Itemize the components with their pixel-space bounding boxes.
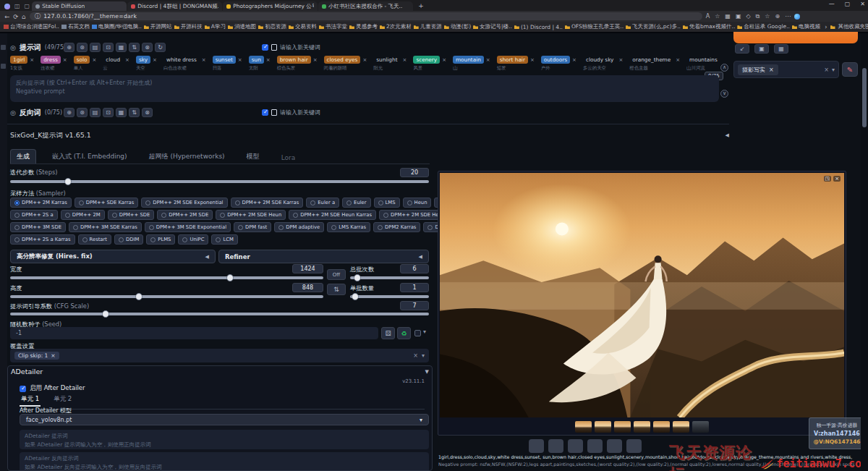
page-scrollbar[interactable] bbox=[861, 33, 868, 471]
remove-style-icon[interactable]: × bbox=[769, 67, 774, 73]
sampler-option[interactable]: DPM fast bbox=[234, 222, 271, 232]
gallery-thumbnail[interactable] bbox=[692, 421, 709, 433]
sampler-option[interactable]: DPM++ 2M SDE bbox=[157, 210, 213, 220]
adetailer-negative-textarea[interactable]: ADetailer 反向提示词 如果 ADetailer 反向提示词输入为空，则… bbox=[20, 452, 429, 471]
browser-tab[interactable]: 小红书社区未授权合作 - 飞天.. bbox=[318, 1, 413, 11]
styles-select[interactable]: 摄影写实× ×▾ bbox=[733, 61, 839, 78]
enable-adetailer-checkbox[interactable] bbox=[20, 386, 26, 392]
reuse-seed-icon[interactable]: ♻ bbox=[397, 327, 411, 339]
expand-image-icon[interactable]: ◳ bbox=[824, 176, 832, 182]
send-to-inpaint-icon[interactable] bbox=[607, 439, 622, 453]
bookmark-item[interactable]: A学习 bbox=[205, 23, 226, 30]
generated-image[interactable]: ◳ × bbox=[440, 173, 844, 417]
bookmark-item[interactable]: (1) Discord | 4.. bbox=[514, 24, 563, 30]
sampler-option[interactable]: DPM2 Karras bbox=[373, 222, 420, 232]
gallery-thumbnail[interactable] bbox=[673, 421, 689, 433]
sampler-option[interactable]: PLMS bbox=[146, 234, 175, 245]
bookmark-item[interactable]: 女游记号|楼.. bbox=[473, 23, 512, 30]
home-icon[interactable]: ⌂ bbox=[22, 13, 25, 20]
close-image-icon[interactable]: × bbox=[833, 176, 841, 182]
remove-tag-icon[interactable]: × bbox=[238, 57, 242, 63]
workspace-icon[interactable]: ▢ bbox=[25, 3, 30, 9]
bookmark-item[interactable]: 合租运承 Google.. bbox=[737, 23, 790, 30]
height-slider[interactable] bbox=[10, 295, 323, 298]
prompt-tag[interactable]: 1girl × 1女孩 bbox=[10, 56, 34, 72]
remove-tag-icon[interactable]: × bbox=[486, 57, 490, 63]
browser-tab[interactable]: Discord | 4群组 | DONGMAN频.. bbox=[127, 1, 222, 11]
generate-button[interactable] bbox=[733, 32, 858, 43]
prompt-toolbar-icon[interactable]: ⇅ bbox=[129, 43, 140, 52]
tab-lora[interactable]: Lora bbox=[276, 152, 302, 164]
prompt-tag[interactable]: outdoors × 户外 bbox=[541, 56, 576, 72]
remove-chip-icon[interactable]: × bbox=[51, 352, 55, 359]
prompt-toolbar-icon[interactable]: ▦ bbox=[116, 43, 127, 52]
tab-embedding[interactable]: 嵌入式 (T.I. Embedding) bbox=[46, 150, 133, 164]
browser-extension-icon[interactable]: ⊕ bbox=[775, 13, 780, 20]
sampler-option[interactable]: Euler a bbox=[306, 198, 339, 208]
sampler-option[interactable]: LMS Karras bbox=[327, 222, 370, 232]
send-to-img2img-icon[interactable] bbox=[587, 439, 603, 453]
remove-tag-icon[interactable]: × bbox=[202, 57, 206, 63]
bookmark-item[interactable]: 凭着bmax视频什.. bbox=[683, 23, 735, 30]
sidebar-mini-icon[interactable] bbox=[1, 64, 6, 69]
sampler-option[interactable]: DPM++ 2M SDE Exponential bbox=[141, 198, 227, 208]
sidebar-mini-icon[interactable] bbox=[1, 45, 6, 50]
new-tab-button[interactable]: + bbox=[418, 2, 424, 9]
bookmark-item[interactable]: 开源网站 bbox=[144, 23, 172, 30]
browser-extension-icon[interactable]: A bbox=[706, 13, 710, 20]
remove-tag-icon[interactable]: × bbox=[442, 57, 446, 63]
steps-value[interactable]: 20 bbox=[400, 168, 429, 177]
hires-fix-accordion[interactable]: 高分辨率修复 (Hires. fix)◀ bbox=[10, 250, 216, 263]
browser-extension-icon[interactable]: ◇ bbox=[746, 13, 750, 20]
bookmark-item[interactable]: 灵感参考 bbox=[349, 23, 378, 30]
sampler-option[interactable]: DPM++ 2S a bbox=[10, 210, 58, 220]
remove-tag-icon[interactable]: × bbox=[125, 57, 129, 63]
sampler-option[interactable]: DPM++ 2S a Karras bbox=[10, 234, 75, 245]
edit-styles-brush-icon[interactable]: ✎ bbox=[842, 62, 858, 77]
prompt-tag[interactable]: mountains and rivers × 山川河流 bbox=[686, 56, 719, 72]
sampler-option[interactable]: DPM++ 3M SDE Exponential bbox=[145, 222, 231, 232]
refresh-icon[interactable]: ⟳ bbox=[13, 13, 18, 20]
scrollbar-thumb[interactable] bbox=[862, 68, 867, 127]
cfg-slider[interactable] bbox=[10, 313, 429, 315]
adetailer-header[interactable]: ADetailer ▼ bbox=[11, 368, 429, 375]
override-chip[interactable]: Clip skip: 1× bbox=[14, 352, 59, 360]
collapse-circle-icon[interactable]: ◎ bbox=[10, 109, 16, 116]
translate-checkbox[interactable] bbox=[262, 44, 268, 51]
negative-toolbar-icon[interactable]: ⊛ bbox=[77, 108, 88, 117]
clear-all-icon[interactable]: × bbox=[413, 352, 418, 359]
sampler-option[interactable]: DDIM bbox=[114, 234, 143, 245]
sampler-option[interactable]: DPM adaptive bbox=[274, 222, 324, 232]
remove-tag-icon[interactable]: × bbox=[676, 57, 680, 63]
bookmark-item[interactable]: 开源科技 bbox=[174, 23, 203, 30]
remove-tag-icon[interactable]: × bbox=[362, 57, 367, 63]
dropdown-caret-icon[interactable]: ▾ bbox=[422, 352, 425, 359]
profile-avatar[interactable] bbox=[4, 4, 10, 9]
sampler-option[interactable]: DPM++ 3M SDE Karras bbox=[69, 222, 142, 232]
prompt-tag[interactable]: mountain × 山 bbox=[453, 56, 490, 72]
send-to-extras-icon[interactable] bbox=[626, 439, 642, 453]
browser-extension-icon[interactable]: ▦ bbox=[725, 13, 731, 20]
off-button[interactable]: Off bbox=[327, 269, 346, 280]
remove-tag-icon[interactable]: × bbox=[572, 57, 576, 63]
batch-size-slider[interactable] bbox=[350, 295, 429, 298]
tab-generate[interactable]: 生成 bbox=[10, 149, 36, 164]
sampler-option[interactable]: DPM++ 2M SDE Karras bbox=[231, 198, 304, 208]
prompt-toolbar-icon[interactable]: ⊗ bbox=[142, 43, 153, 52]
dropdown-caret-icon[interactable]: ▾ bbox=[832, 67, 835, 73]
prompt-tag[interactable]: cloud × 云 bbox=[103, 56, 129, 72]
gallery-thumbnail[interactable] bbox=[614, 421, 631, 433]
prompt-tag[interactable]: sunlight × 阳光 bbox=[373, 56, 407, 72]
extra-seed-checkbox[interactable] bbox=[414, 330, 421, 336]
bookmark-item[interactable]: 书法字堂 bbox=[319, 23, 347, 30]
height-value[interactable]: 848 bbox=[292, 283, 323, 292]
bookmark-item[interactable]: 石英文档 bbox=[61, 23, 90, 30]
gallery-thumbnail[interactable] bbox=[575, 421, 592, 433]
remove-tag-icon[interactable]: × bbox=[153, 57, 157, 63]
sampler-option[interactable]: DPM++ 2M SDE Heun bbox=[216, 210, 286, 220]
close-icon[interactable]: ✕ bbox=[860, 1, 865, 7]
clear-styles-icon[interactable]: × bbox=[824, 67, 829, 73]
sampler-option[interactable]: LCM bbox=[211, 234, 237, 245]
prompt-tag[interactable]: cloudy sky × 多云的天空 bbox=[583, 56, 623, 72]
sampler-option[interactable]: Euler bbox=[342, 198, 370, 208]
